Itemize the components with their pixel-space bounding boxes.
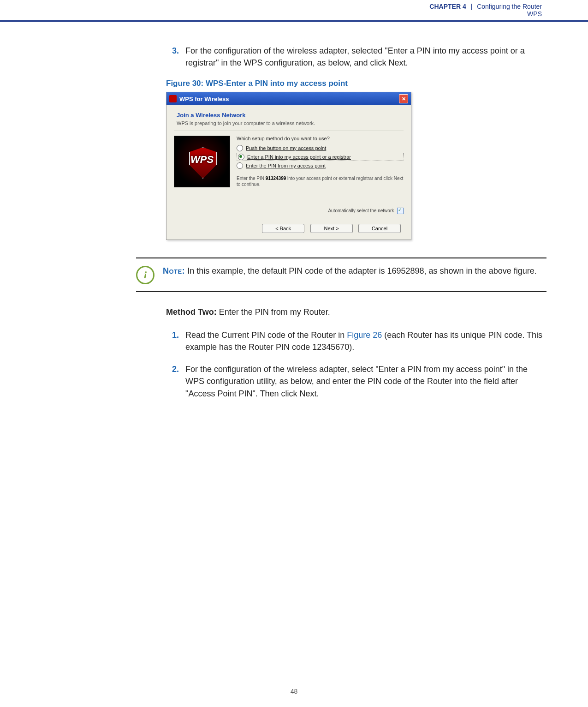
figure-30-caption: Figure 30: WPS-Enter a PIN into my acces… [166,79,546,88]
radio-enter-pin-from-ap-label: Enter the PIN from my access point [246,163,326,168]
info-icon: i [136,266,154,284]
note-label: Note: [163,266,185,276]
pin-prefix: Enter the PIN [237,176,266,181]
wps-dialog: WPS for Wireless ✕ Join a Wireless Netwo… [166,92,411,240]
radio-enter-pin-registrar[interactable]: Enter a PIN into my access point or a re… [237,153,404,161]
next-button[interactable]: Next > [310,224,353,233]
auto-select-row: Automatically select the network [237,208,404,214]
m2-step-1: 1. Read the Current PIN code of the Rout… [166,329,546,353]
pin-instruction: Enter the PIN 91324399 into your access … [237,175,404,187]
dialog-heading: Join a Wireless Network [177,112,404,119]
figure-26-link[interactable]: Figure 26 [347,330,382,340]
close-icon: ✕ [402,96,406,102]
dialog-subheading: WPS is preparing to join your computer t… [177,120,404,126]
radio-icon [237,162,243,169]
method-two-bold: Method Two: [166,307,217,317]
dialog-body: Join a Wireless Network WPS is preparing… [166,105,411,240]
radio-enter-pin-registrar-label: Enter a PIN into my access point or a re… [247,154,351,160]
chapter-label: CHAPTER 4 [429,3,466,10]
auto-select-label: Automatically select the network [328,208,394,213]
shield-icon [189,147,217,179]
m2-step-2-text: For the configuration of the wireless ad… [185,363,546,399]
m2-step-1-text: Read the Current PIN code of the Router … [185,329,546,353]
note-text: Note: In this example, the default PIN c… [163,265,537,277]
radio-push-button-label: Push the button on my access point [246,145,326,151]
m2-step-2-number: 2. [166,363,185,399]
radio-push-button[interactable]: Push the button on my access point [237,145,404,151]
header-title: Configuring the Router [477,3,542,10]
radio-icon [238,154,244,160]
dialog-titlebar: WPS for Wireless ✕ [166,92,411,105]
dialog-title: WPS for Wireless [179,96,229,102]
auto-select-checkbox[interactable] [397,208,404,214]
page-header: CHAPTER 4 | Configuring the Router WPS [0,0,588,22]
step-3-text: For the configuration of the wireless ad… [185,45,546,69]
m2-step-2: 2. For the configuration of the wireless… [166,363,546,399]
method-two-rest: Enter the PIN from my Router. [217,307,330,317]
m2-step-1-pre: Read the Current PIN code of the Router … [185,330,347,340]
header-pipe: | [471,3,473,10]
m2-step-1-number: 1. [166,329,185,353]
wps-app-icon [169,95,177,102]
header-subtitle: WPS [0,10,542,18]
note-box: i Note: In this example, the default PIN… [136,258,546,292]
divider [174,131,404,131]
note-body: In this example, the default PIN code of… [185,266,537,276]
radio-enter-pin-from-ap[interactable]: Enter the PIN from my access point [237,162,404,169]
cancel-button[interactable]: Cancel [358,224,401,233]
back-button[interactable]: < Back [262,224,304,233]
radio-icon [237,145,243,151]
wps-shield-image [174,136,230,187]
pin-value: 91324399 [266,176,286,181]
page-content: 3. For the configuration of the wireless… [166,45,546,400]
step-3-number: 3. [166,45,185,69]
close-button[interactable]: ✕ [399,94,408,103]
page-footer: – 48 – [0,688,588,695]
method-two-line: Method Two: Enter the PIN from my Router… [166,307,546,317]
step-3: 3. For the configuration of the wireless… [166,45,546,69]
dialog-button-row: < Back Next > Cancel [174,219,404,235]
setup-method-question: Which setup method do you want to use? [237,136,404,141]
